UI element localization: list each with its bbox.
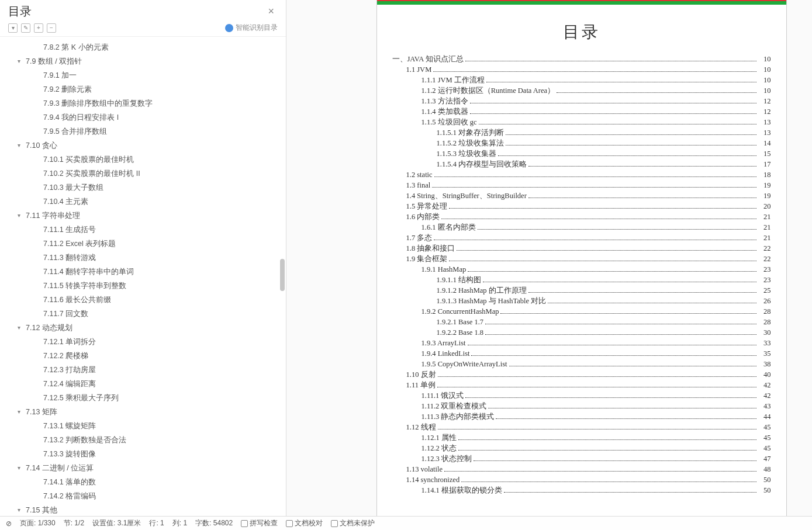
toc-item[interactable]: 7.12.3 打劫房屋 <box>0 363 286 377</box>
collapse-all-icon[interactable]: ▾ <box>8 23 18 33</box>
toc-item[interactable]: 7.11.1 生成括号 <box>0 223 286 237</box>
toc-item[interactable]: 7.13.1 螺旋矩阵 <box>0 419 286 433</box>
doc-toc-row[interactable]: 一、JAVA 知识点汇总10 <box>392 54 771 64</box>
doc-toc-row[interactable]: 1.6.1 匿名内部类21 <box>392 222 771 233</box>
toc-item[interactable]: 7.14.1 落单的数 <box>0 475 286 489</box>
toc-item[interactable]: 7.10.2 买卖股票的最佳时机 II <box>0 167 286 181</box>
doc-toc-page: 10 <box>758 64 771 75</box>
toc-item[interactable]: 7.14.2 格雷编码 <box>0 489 286 503</box>
chevron-down-icon[interactable] <box>18 504 26 516</box>
toc-item[interactable]: 7.11.4 翻转字符串中的单词 <box>0 265 286 279</box>
toc-item[interactable]: 7.14 二进制 / 位运算 <box>0 461 286 475</box>
doc-toc-row[interactable]: 1.4 String、StringBuffer、StringBuilder19 <box>392 190 771 201</box>
remove-icon[interactable]: − <box>47 23 56 33</box>
toc-item[interactable]: 7.13.2 判断数独是否合法 <box>0 433 286 447</box>
toc-item[interactable]: 7.10.1 买卖股票的最佳时机 <box>0 153 286 167</box>
status-page[interactable]: 页面: 1/330 <box>20 518 56 528</box>
smart-toc-button[interactable]: 智能识别目录 <box>225 23 278 33</box>
toc-item[interactable]: 7.11.2 Excel 表列标题 <box>0 237 286 251</box>
toc-item[interactable]: 7.12.1 单词拆分 <box>0 335 286 349</box>
doc-toc-row[interactable]: 1.9.2.2 Base 1.830 <box>392 327 771 338</box>
toc-item[interactable]: 7.11.7 回文数 <box>0 307 286 321</box>
toc-item[interactable]: 7.10 贪心 <box>0 138 286 153</box>
toc-item[interactable]: 7.11.3 翻转游戏 <box>0 251 286 265</box>
toc-item[interactable]: 7.11.5 转换字符串到整数 <box>0 279 286 293</box>
doc-toc-row[interactable]: 1.12 线程45 <box>392 422 771 432</box>
toc-item[interactable]: 7.12 动态规划 <box>0 321 286 335</box>
doc-toc-row[interactable]: 1.1.5 垃圾回收 gc13 <box>392 117 771 127</box>
doc-toc-row[interactable]: 1.9.3 ArrayList33 <box>392 338 771 348</box>
doc-toc-row[interactable]: 1.9 集合框架22 <box>392 254 771 264</box>
doc-toc-row[interactable]: 1.9.5 CopyOnWriteArrayList38 <box>392 359 771 369</box>
doc-toc-row[interactable]: 1.9.1.3 HashMap 与 HashTable 对比26 <box>392 296 771 306</box>
doc-toc-row[interactable]: 1.9.1.1 结构图23 <box>392 275 771 285</box>
chevron-down-icon[interactable] <box>18 56 26 67</box>
doc-toc-row[interactable]: 1.6 内部类21 <box>392 212 771 222</box>
sidebar-toc-body[interactable]: 7.8.2 第 K 小的元素7.9 数组 / 双指针 7.9.1 加一 7.9.… <box>0 37 286 530</box>
document-viewport[interactable]: 目录 一、JAVA 知识点汇总101.1 JVM101.1.1 JVM 工作流程… <box>286 0 812 530</box>
toc-item[interactable]: 7.12.5 乘积最大子序列 <box>0 391 286 405</box>
status-indicator-icon[interactable]: ⊘ <box>6 519 12 528</box>
doc-toc-row[interactable]: 1.9.1 HashMap23 <box>392 264 771 275</box>
doc-toc-row[interactable]: 1.5 异常处理20 <box>392 201 771 212</box>
doc-toc-row[interactable]: 1.9.4 LinkedList35 <box>392 348 771 359</box>
doc-toc-row[interactable]: 1.1.3 方法指令12 <box>392 96 771 106</box>
new-item-icon[interactable]: ✎ <box>21 23 30 33</box>
status-proofread[interactable]: 文档校对 <box>286 518 323 528</box>
doc-toc-row[interactable]: 1.8 抽象和接口22 <box>392 243 771 254</box>
status-words[interactable]: 字数: 54802 <box>195 518 233 528</box>
status-protect[interactable]: 文档未保护 <box>331 518 375 528</box>
toc-item[interactable]: 7.12.2 爬楼梯 <box>0 349 286 363</box>
doc-toc-row[interactable]: 1.11.3 静态内部类模式44 <box>392 411 771 422</box>
chevron-down-icon[interactable] <box>18 210 26 221</box>
toc-item[interactable]: 7.10.4 主元素 <box>0 195 286 209</box>
doc-toc-row[interactable]: 1.14 synchronized50 <box>392 474 771 485</box>
toc-item[interactable]: 7.10.3 最大子数组 <box>0 181 286 195</box>
doc-toc-row[interactable]: 1.10 反射40 <box>392 369 771 380</box>
add-icon[interactable]: + <box>34 23 43 33</box>
doc-toc-row[interactable]: 1.1.5.4 内存模型与回收策略17 <box>392 159 771 169</box>
doc-toc-row[interactable]: 1.9.2.1 Base 1.728 <box>392 317 771 327</box>
doc-toc-row[interactable]: 1.1.1 JVM 工作流程10 <box>392 75 771 85</box>
status-spellcheck[interactable]: 拼写检查 <box>241 518 278 528</box>
toc-item[interactable]: 7.15 其他 <box>0 503 286 517</box>
chevron-down-icon[interactable] <box>18 322 26 334</box>
toc-item[interactable]: 7.9.3 删除排序数组中的重复数字 <box>0 96 286 110</box>
toc-item[interactable]: 7.13 矩阵 <box>0 405 286 419</box>
doc-toc-row[interactable]: 1.9.1.2 HashMap 的工作原理25 <box>392 285 771 296</box>
chevron-down-icon[interactable] <box>18 462 26 474</box>
toc-item[interactable]: 7.13.3 旋转图像 <box>0 447 286 461</box>
toc-item[interactable]: 7.9.5 合并排序数组 <box>0 124 286 138</box>
doc-toc-row[interactable]: 1.14.1 根据获取的锁分类50 <box>392 485 771 496</box>
doc-toc-row[interactable]: 1.12.1 属性45 <box>392 432 771 443</box>
doc-toc-row[interactable]: 1.12.2 状态45 <box>392 443 771 453</box>
toc-item[interactable]: 7.9.1 加一 <box>0 68 286 82</box>
toc-item[interactable]: 7.12.4 编辑距离 <box>0 377 286 391</box>
toc-item[interactable]: 7.8.2 第 K 小的元素 <box>0 40 286 54</box>
doc-toc-row[interactable]: 1.1.2 运行时数据区（Runtime Data Area）10 <box>392 85 771 96</box>
scrollbar-thumb[interactable] <box>280 259 285 291</box>
doc-toc-row[interactable]: 1.1.5.2 垃圾收集算法14 <box>392 138 771 148</box>
toc-item[interactable]: 7.9 数组 / 双指针 <box>0 54 286 68</box>
toc-item-label: 7.11.2 Excel 表列标题 <box>43 238 116 250</box>
doc-toc-row[interactable]: 1.13 volatile48 <box>392 464 771 474</box>
doc-toc-row[interactable]: 1.1.5.3 垃圾收集器15 <box>392 148 771 159</box>
doc-toc-row[interactable]: 1.3 final19 <box>392 180 771 190</box>
toc-item[interactable]: 7.11.6 最长公共前缀 <box>0 293 286 307</box>
doc-toc-row[interactable]: 1.7 多态21 <box>392 233 771 243</box>
doc-toc-row[interactable]: 1.11.1 饿汉式42 <box>392 390 771 401</box>
doc-toc-row[interactable]: 1.12.3 状态控制47 <box>392 453 771 464</box>
doc-toc-row[interactable]: 1.9.2 ConcurrentHashMap28 <box>392 306 771 317</box>
doc-toc-row[interactable]: 1.1 JVM10 <box>392 64 771 75</box>
toc-item[interactable]: 7.9.4 我的日程安排表 I <box>0 110 286 124</box>
toc-item[interactable]: 7.11 字符串处理 <box>0 209 286 223</box>
doc-toc-row[interactable]: 1.1.4 类加载器12 <box>392 106 771 117</box>
chevron-down-icon[interactable] <box>18 406 26 418</box>
doc-toc-row[interactable]: 1.11.2 双重检查模式43 <box>392 401 771 411</box>
chevron-down-icon[interactable] <box>18 140 26 151</box>
doc-toc-row[interactable]: 1.11 单例42 <box>392 380 771 390</box>
toc-item[interactable]: 7.9.2 删除元素 <box>0 82 286 96</box>
doc-toc-row[interactable]: 1.1.5.1 对象存活判断13 <box>392 127 771 138</box>
close-icon[interactable]: × <box>264 4 278 19</box>
doc-toc-row[interactable]: 1.2 static18 <box>392 169 771 180</box>
